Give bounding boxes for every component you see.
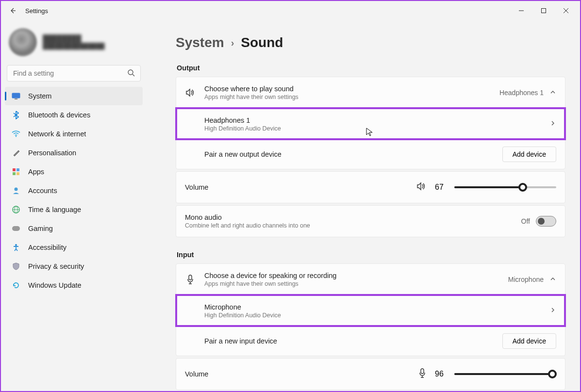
- output-device-sub: High Definition Audio Device: [204, 125, 541, 132]
- input-volume-value: 96: [435, 370, 446, 378]
- maximize-button[interactable]: [532, 3, 555, 18]
- avatar: [9, 28, 37, 56]
- nav-label: System: [28, 92, 51, 100]
- svg-rect-6: [17, 168, 19, 171]
- search-input[interactable]: [7, 65, 141, 82]
- chevron-right-icon: ›: [231, 37, 234, 49]
- mono-sub: Combine left and right audio channels in…: [185, 222, 513, 229]
- mic-icon[interactable]: [418, 368, 426, 380]
- mono-audio-toggle[interactable]: [536, 216, 556, 227]
- nav-label: Windows Update: [28, 281, 82, 289]
- titlebar: Settings: [1, 1, 580, 20]
- svg-point-9: [15, 188, 18, 191]
- gaming-icon: [12, 224, 20, 233]
- window-title: Settings: [25, 7, 48, 15]
- sidebar-item-bluetooth[interactable]: Bluetooth & devices: [5, 106, 143, 124]
- mono-state: Off: [521, 217, 530, 225]
- speaker-icon: [185, 88, 196, 97]
- close-icon: [563, 8, 569, 14]
- choose-output-row[interactable]: Choose where to play sound Apps might ha…: [176, 77, 565, 108]
- svg-rect-0: [542, 9, 546, 13]
- brush-icon: [12, 148, 20, 157]
- profile[interactable]: ████████ ███████████████: [4, 24, 144, 65]
- output-volume-row: Volume 67: [176, 172, 565, 203]
- chevron-right-icon: [549, 307, 556, 315]
- wifi-icon: [12, 130, 20, 138]
- input-device-sub: High Definition Audio Device: [204, 312, 541, 319]
- output-volume-slider[interactable]: [454, 186, 556, 188]
- svg-rect-8: [17, 172, 19, 175]
- output-device-title: Headphones 1: [204, 116, 541, 124]
- nav-label: Personalisation: [28, 149, 76, 157]
- volume-speaker-icon[interactable]: [416, 182, 426, 193]
- apps-icon: [12, 167, 20, 176]
- input-device-microphone[interactable]: Microphone High Definition Audio Device: [176, 295, 565, 326]
- output-section-title: Output: [177, 64, 565, 72]
- main-content: System › Sound Output Choose where to pl…: [147, 20, 580, 391]
- nav-label: Apps: [28, 168, 44, 176]
- microphone-icon: [185, 275, 196, 284]
- pair-input-row: Pair a new input device Add device: [176, 326, 565, 356]
- add-input-device-button[interactable]: Add device: [502, 333, 556, 349]
- minimize-button[interactable]: [510, 3, 532, 18]
- input-current-device: Microphone: [508, 276, 544, 283]
- nav-label: Accounts: [28, 187, 57, 195]
- sidebar-item-system[interactable]: System: [5, 87, 143, 105]
- volume-value: 67: [435, 183, 446, 192]
- input-device-title: Microphone: [204, 303, 541, 311]
- svg-rect-3: [15, 98, 17, 99]
- sidebar-item-accessibility[interactable]: Accessibility: [5, 238, 143, 257]
- close-button[interactable]: [555, 3, 577, 18]
- breadcrumb: System › Sound: [176, 35, 565, 50]
- choose-input-sub: Apps might have their own settings: [204, 280, 499, 287]
- output-device-headphones[interactable]: Headphones 1 High Definition Audio Devic…: [176, 108, 565, 139]
- svg-point-4: [16, 136, 17, 137]
- choose-output-title: Choose where to play sound: [204, 85, 491, 93]
- sidebar-item-accounts[interactable]: Accounts: [5, 181, 143, 200]
- choose-input-row[interactable]: Choose a device for speaking or recordin…: [176, 264, 565, 295]
- sidebar-item-update[interactable]: Windows Update: [5, 276, 143, 294]
- update-icon: [12, 281, 20, 290]
- shield-icon: [12, 262, 20, 271]
- maximize-icon: [541, 8, 547, 14]
- breadcrumb-parent[interactable]: System: [176, 35, 224, 50]
- accessibility-icon: [12, 243, 20, 252]
- sidebar-item-network[interactable]: Network & internet: [5, 125, 143, 143]
- svg-rect-5: [13, 168, 16, 171]
- profile-name: ████████ ███████████████: [43, 34, 105, 50]
- input-volume-row: Volume 96: [176, 359, 565, 390]
- mono-title: Mono audio: [185, 213, 513, 221]
- svg-point-13: [15, 244, 17, 246]
- nav-label: Bluetooth & devices: [28, 111, 90, 119]
- nav-label: Gaming: [28, 225, 53, 232]
- chevron-up-icon: [549, 89, 556, 97]
- svg-rect-14: [189, 275, 192, 280]
- sidebar-item-time[interactable]: Time & language: [5, 200, 143, 219]
- back-button[interactable]: [4, 2, 21, 19]
- pair-output-label: Pair a new output device: [204, 150, 494, 158]
- sidebar-item-gaming[interactable]: Gaming: [5, 219, 143, 238]
- page-title: Sound: [241, 35, 283, 50]
- arrow-left-icon: [9, 7, 17, 15]
- sidebar: ████████ ███████████████ System Bluetoot…: [1, 20, 147, 391]
- nav-label: Accessibility: [28, 244, 66, 251]
- add-output-device-button[interactable]: Add device: [502, 147, 556, 162]
- input-volume-slider[interactable]: [454, 373, 556, 375]
- system-icon: [12, 92, 20, 100]
- sidebar-item-personalisation[interactable]: Personalisation: [5, 144, 143, 162]
- svg-point-1: [128, 70, 133, 75]
- search-icon: [127, 69, 135, 79]
- sidebar-item-apps[interactable]: Apps: [5, 163, 143, 181]
- choose-output-sub: Apps might have their own settings: [204, 94, 491, 100]
- svg-rect-15: [421, 369, 424, 374]
- mono-audio-row[interactable]: Mono audio Combine left and right audio …: [176, 206, 565, 237]
- svg-rect-2: [12, 93, 20, 98]
- choose-input-title: Choose a device for speaking or recordin…: [204, 272, 499, 279]
- chevron-up-icon: [549, 276, 556, 284]
- nav-list: System Bluetooth & devices Network & int…: [4, 87, 144, 294]
- nav-label: Privacy & security: [28, 262, 84, 270]
- svg-rect-7: [13, 172, 16, 175]
- sidebar-item-privacy[interactable]: Privacy & security: [5, 257, 143, 276]
- input-volume-label: Volume: [185, 370, 410, 378]
- nav-label: Network & internet: [28, 130, 86, 138]
